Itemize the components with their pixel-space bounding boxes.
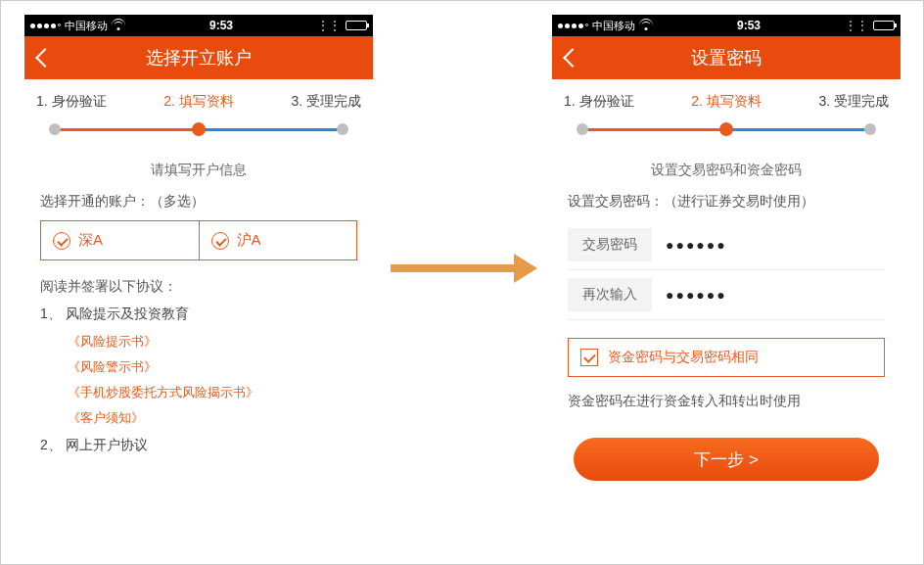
status-right: ⋮⋮ bbox=[845, 19, 895, 32]
status-bar: 中国移动 9:53 ⋮⋮ bbox=[24, 15, 373, 36]
agreement-section-2: 2、 网上开户协议 bbox=[40, 437, 357, 454]
next-step-button[interactable]: 下一步 > bbox=[574, 438, 879, 481]
page-title: 选择开立账户 bbox=[146, 46, 252, 70]
trade-password-input[interactable]: ●●●●●● bbox=[666, 237, 727, 253]
transition-arrow-icon bbox=[391, 258, 537, 279]
set-trade-password-label: 设置交易密码：（进行证券交易时使用） bbox=[568, 193, 885, 211]
signal-dots-icon bbox=[30, 24, 61, 28]
check-icon bbox=[211, 232, 229, 250]
trade-password-label: 交易密码 bbox=[568, 228, 652, 261]
section-subtitle: 请填写开户信息 bbox=[24, 162, 373, 179]
same-password-checkbox[interactable]: 资金密码与交易密码相同 bbox=[568, 338, 885, 377]
option-label: 沪A bbox=[237, 231, 261, 250]
same-password-label: 资金密码与交易密码相同 bbox=[608, 349, 759, 366]
fund-password-note: 资金密码在进行资金转入和转出时使用 bbox=[568, 393, 885, 410]
phone-left: 中国移动 9:53 ⋮⋮ 选择开立账户 1. 身份验证 2. 填写资料 3. 受… bbox=[24, 15, 373, 551]
option-hu-a[interactable]: 沪A bbox=[199, 221, 357, 259]
option-shen-a[interactable]: 深A bbox=[41, 221, 199, 259]
trade-password-row: 交易密码 ●●●●●● bbox=[568, 220, 885, 270]
phone-right: 中国移动 9:53 ⋮⋮ 设置密码 1. 身份验证 2. 填写资料 3. 受理完… bbox=[552, 15, 901, 551]
checkbox-icon bbox=[580, 349, 598, 366]
bluetooth-icon: ⋮⋮ bbox=[845, 19, 868, 32]
agreement-section-1: 1、 风险提示及投资教育 bbox=[40, 306, 357, 323]
back-button[interactable] bbox=[562, 47, 576, 69]
carrier-label: 中国移动 bbox=[592, 19, 635, 33]
step-indicator: 1. 身份验证 2. 填写资料 3. 受理完成 bbox=[552, 79, 901, 144]
step-2-label: 2. 填写资料 bbox=[691, 93, 762, 111]
agreements-label: 阅读并签署以下协议： bbox=[40, 278, 357, 296]
check-icon bbox=[53, 232, 70, 250]
navbar: 选择开立账户 bbox=[24, 36, 373, 79]
dual-phone-frame: 中国移动 9:53 ⋮⋮ 选择开立账户 1. 身份验证 2. 填写资料 3. 受… bbox=[0, 0, 924, 565]
accounts-label: 选择开通的账户：（多选） bbox=[40, 193, 357, 211]
step-2-label: 2. 填写资料 bbox=[163, 93, 234, 111]
account-options: 深A 沪A bbox=[40, 220, 357, 260]
bluetooth-icon: ⋮⋮ bbox=[317, 19, 341, 32]
step-track bbox=[54, 120, 344, 140]
battery-icon bbox=[346, 21, 367, 30]
page-title: 设置密码 bbox=[691, 46, 762, 70]
back-button[interactable] bbox=[34, 47, 48, 69]
status-right: ⋮⋮ bbox=[317, 19, 367, 32]
confirm-password-input[interactable]: ●●●●●● bbox=[666, 287, 727, 303]
step-3-label: 3. 受理完成 bbox=[818, 93, 889, 111]
step-track bbox=[581, 120, 871, 140]
agreement-link[interactable]: 《风险提示书》 bbox=[68, 333, 357, 351]
agreement-link[interactable]: 《手机炒股委托方式风险揭示书》 bbox=[68, 384, 357, 401]
next-step-label: 下一步 > bbox=[694, 448, 759, 471]
wifi-icon bbox=[639, 21, 653, 30]
signal-dots-icon bbox=[558, 24, 588, 28]
agreement-link[interactable]: 《客户须知》 bbox=[68, 409, 357, 427]
battery-icon bbox=[873, 21, 895, 30]
agreement-link[interactable]: 《风险警示书》 bbox=[68, 358, 357, 376]
step-3-label: 3. 受理完成 bbox=[291, 93, 361, 111]
wifi-icon bbox=[112, 21, 125, 30]
navbar: 设置密码 bbox=[552, 36, 901, 79]
agreements-list: 1、 风险提示及投资教育 《风险提示书》 《风险警示书》 《手机炒股委托方式风险… bbox=[40, 306, 357, 454]
section-subtitle: 设置交易密码和资金密码 bbox=[552, 162, 901, 179]
confirm-password-label: 再次输入 bbox=[568, 278, 652, 311]
status-time: 9:53 bbox=[737, 19, 761, 32]
status-left: 中国移动 bbox=[30, 19, 125, 33]
step-indicator: 1. 身份验证 2. 填写资料 3. 受理完成 bbox=[24, 79, 373, 144]
step-1-label: 1. 身份验证 bbox=[36, 93, 107, 111]
carrier-label: 中国移动 bbox=[65, 19, 108, 33]
confirm-password-row: 再次输入 ●●●●●● bbox=[568, 270, 885, 320]
status-left: 中国移动 bbox=[558, 19, 653, 33]
status-bar: 中国移动 9:53 ⋮⋮ bbox=[552, 15, 901, 36]
step-1-label: 1. 身份验证 bbox=[564, 93, 634, 111]
status-time: 9:53 bbox=[209, 19, 233, 32]
option-label: 深A bbox=[78, 231, 103, 250]
